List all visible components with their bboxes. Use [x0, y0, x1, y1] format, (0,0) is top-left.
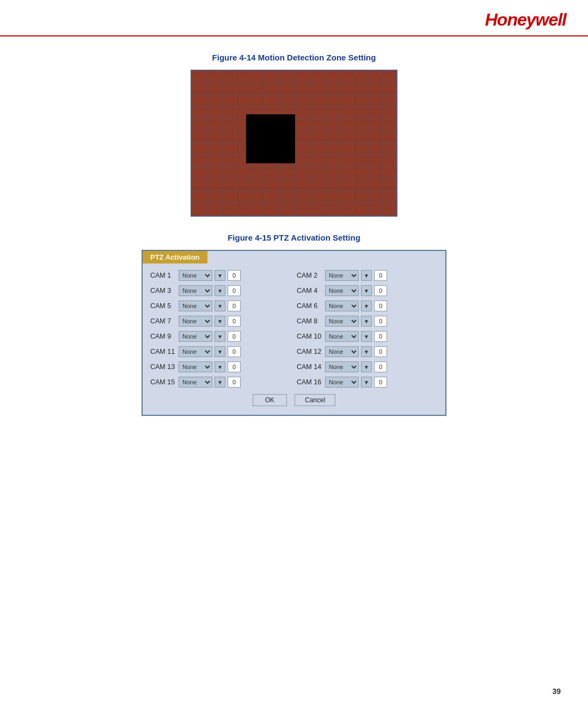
- page-number: 39: [552, 687, 561, 696]
- cam-arrow-8[interactable]: ▼: [361, 316, 372, 327]
- cam-arrow-7[interactable]: ▼: [215, 316, 225, 327]
- cam-select-11[interactable]: None: [179, 346, 212, 357]
- ptz-tab: PTZ Activation: [143, 251, 207, 263]
- cam-value-4: 0: [374, 285, 387, 296]
- cam-label-5: CAM 5: [150, 302, 176, 310]
- cam-row-4: CAM 4 None ▼ 0: [297, 284, 438, 297]
- cam-row-6: CAM 6 None ▼ 0: [297, 299, 438, 312]
- cam-row-16: CAM 16 None ▼ 0: [297, 376, 438, 389]
- cam-label-14: CAM 14: [297, 363, 323, 371]
- cam-arrow-13[interactable]: ▼: [215, 361, 225, 372]
- figure14-title: Figure 4-14 Motion Detection Zone Settin…: [65, 53, 523, 62]
- cam-arrow-2[interactable]: ▼: [361, 270, 372, 281]
- cam-value-14: 0: [374, 361, 387, 372]
- cam-value-9: 0: [228, 331, 241, 342]
- cam-select-5[interactable]: None: [179, 300, 212, 311]
- cam-arrow-11[interactable]: ▼: [215, 346, 225, 357]
- cam-arrow-15[interactable]: ▼: [215, 377, 225, 388]
- cam-select-1[interactable]: None: [179, 270, 212, 281]
- page-header: Honeywell: [0, 0, 588, 36]
- cam-label-8: CAM 8: [297, 317, 323, 325]
- cam-select-14[interactable]: None: [325, 361, 359, 372]
- cam-select-9[interactable]: None: [179, 331, 212, 342]
- motion-detection-figure: [65, 70, 523, 217]
- cam-row-3: CAM 3 None ▼ 0: [150, 284, 291, 297]
- cam-row-9: CAM 9 None ▼ 0: [150, 330, 291, 343]
- cam-row-5: CAM 5 None ▼ 0: [150, 299, 291, 312]
- cam-value-7: 0: [228, 316, 241, 327]
- cam-arrow-6[interactable]: ▼: [361, 300, 372, 311]
- cam-value-15: 0: [228, 377, 241, 388]
- cam-row-2: CAM 2 None ▼ 0: [297, 269, 438, 282]
- cam-label-15: CAM 15: [150, 378, 176, 386]
- cam-arrow-16[interactable]: ▼: [361, 377, 372, 388]
- cam-select-16[interactable]: None: [325, 377, 359, 388]
- cam-row-8: CAM 8 None ▼ 0: [297, 315, 438, 328]
- cam-select-8[interactable]: None: [325, 316, 359, 327]
- cam-select-10[interactable]: None: [325, 331, 359, 342]
- cam-value-16: 0: [374, 377, 387, 388]
- cam-value-3: 0: [228, 285, 241, 296]
- cam-value-1: 0: [228, 270, 241, 281]
- cam-select-2[interactable]: None: [325, 270, 359, 281]
- cam-label-6: CAM 6: [297, 302, 323, 310]
- cam-row-12: CAM 12 None ▼ 0: [297, 345, 438, 358]
- main-content: Figure 4-14 Motion Detection Zone Settin…: [0, 36, 588, 438]
- cam-row-7: CAM 7 None ▼ 0: [150, 315, 291, 328]
- cam-label-4: CAM 4: [297, 287, 323, 294]
- cam-label-13: CAM 13: [150, 363, 176, 371]
- cam-label-1: CAM 1: [150, 272, 176, 279]
- cam-value-11: 0: [228, 346, 241, 357]
- cam-label-16: CAM 16: [297, 378, 323, 386]
- cam-value-13: 0: [228, 361, 241, 372]
- cam-arrow-3[interactable]: ▼: [215, 285, 225, 296]
- figure15-title: Figure 4-15 PTZ Activation Setting: [65, 233, 523, 242]
- cam-label-7: CAM 7: [150, 317, 176, 325]
- cam-value-10: 0: [374, 331, 387, 342]
- cam-value-2: 0: [374, 270, 387, 281]
- cam-select-4[interactable]: None: [325, 285, 359, 296]
- cam-select-7[interactable]: None: [179, 316, 212, 327]
- cam-label-11: CAM 11: [150, 348, 176, 355]
- cam-arrow-14[interactable]: ▼: [361, 361, 372, 372]
- cam-value-8: 0: [374, 316, 387, 327]
- ptz-section: Figure 4-15 PTZ Activation Setting PTZ A…: [65, 233, 523, 416]
- cam-arrow-1[interactable]: ▼: [215, 270, 225, 281]
- cam-row-10: CAM 10 None ▼ 0: [297, 330, 438, 343]
- ptz-panel: PTZ Activation CAM 1 None ▼ 0 CAM 2 None…: [142, 250, 446, 416]
- cam-value-5: 0: [228, 300, 241, 311]
- cam-select-3[interactable]: None: [179, 285, 212, 296]
- cam-arrow-9[interactable]: ▼: [215, 331, 225, 342]
- ptz-body: CAM 1 None ▼ 0 CAM 2 None ▼ 0 CAM 3: [143, 263, 445, 408]
- cam-select-15[interactable]: None: [179, 377, 212, 388]
- cam-arrow-10[interactable]: ▼: [361, 331, 372, 342]
- cam-row-11: CAM 11 None ▼ 0: [150, 345, 291, 358]
- motion-black-zone: [246, 114, 295, 163]
- honeywell-logo: Honeywell: [485, 10, 566, 30]
- cam-select-6[interactable]: None: [325, 300, 359, 311]
- motion-grid: [191, 70, 397, 217]
- cam-label-3: CAM 3: [150, 287, 176, 294]
- ok-button[interactable]: OK: [253, 394, 287, 406]
- cancel-button[interactable]: Cancel: [295, 394, 335, 406]
- cam-value-12: 0: [374, 346, 387, 357]
- cam-label-12: CAM 12: [297, 348, 323, 355]
- cam-arrow-5[interactable]: ▼: [215, 300, 225, 311]
- cam-label-10: CAM 10: [297, 333, 323, 340]
- cam-row-13: CAM 13 None ▼ 0: [150, 360, 291, 373]
- cam-row-1: CAM 1 None ▼ 0: [150, 269, 291, 282]
- cam-arrow-12[interactable]: ▼: [361, 346, 372, 357]
- cam-label-2: CAM 2: [297, 272, 323, 279]
- cam-value-6: 0: [374, 300, 387, 311]
- ptz-button-row: OK Cancel: [150, 394, 438, 406]
- cam-row-14: CAM 14 None ▼ 0: [297, 360, 438, 373]
- cam-select-12[interactable]: None: [325, 346, 359, 357]
- cam-label-9: CAM 9: [150, 333, 176, 340]
- cam-grid: CAM 1 None ▼ 0 CAM 2 None ▼ 0 CAM 3: [150, 269, 438, 389]
- cam-row-15: CAM 15 None ▼ 0: [150, 376, 291, 389]
- cam-arrow-4[interactable]: ▼: [361, 285, 372, 296]
- cam-select-13[interactable]: None: [179, 361, 212, 372]
